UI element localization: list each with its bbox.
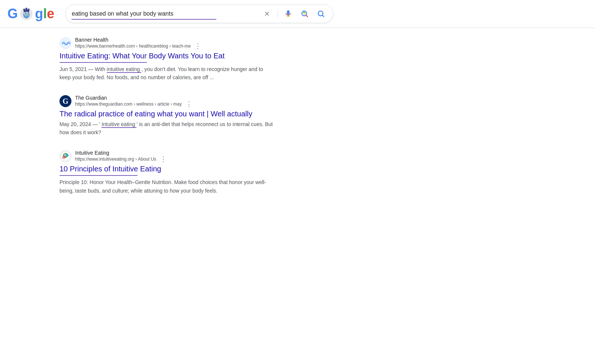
banner-health-icon xyxy=(60,38,71,48)
title-underline xyxy=(60,175,138,176)
search-wrapper xyxy=(65,4,333,23)
svg-point-22 xyxy=(60,151,71,161)
search-icon xyxy=(317,10,325,18)
svg-line-18 xyxy=(322,15,324,17)
favicon xyxy=(60,37,71,49)
result-snippet: May 20, 2024 — ' Intuitive eating ' is a… xyxy=(60,120,275,136)
logo-letter-e: e xyxy=(47,7,54,20)
source-url: https://www.theguardian.com › wellness ›… xyxy=(75,102,182,107)
search-button[interactable] xyxy=(315,8,327,20)
result-date: May 20, 2024 xyxy=(60,121,91,127)
source-name: The Guardian xyxy=(75,95,192,101)
result-item: Intuitive Eating https://www.intuitiveea… xyxy=(60,150,275,194)
snippet-prefix: — With xyxy=(88,66,107,72)
snippet-text: Principle 10: Honor Your Health–Gentle N… xyxy=(60,179,266,193)
google-logo[interactable]: G xyxy=(7,6,54,22)
result-source: Intuitive Eating https://www.intuitiveea… xyxy=(60,150,275,162)
title-underline xyxy=(60,62,147,63)
logo-letter-l: l xyxy=(43,7,47,20)
source-info: Intuitive Eating https://www.intuitiveea… xyxy=(75,150,167,162)
source-info: The Guardian https://www.theguardian.com… xyxy=(75,95,192,107)
source-url: https://www.bannerhealth.com › healthcar… xyxy=(75,44,191,49)
result-item: Banner Health https://www.bannerhealth.c… xyxy=(60,37,275,81)
source-row: https://www.intuitiveeating.org › About … xyxy=(75,156,167,162)
search-input[interactable] xyxy=(72,10,258,17)
close-icon xyxy=(264,10,270,17)
snippet-highlighted-text: Intuitive eating xyxy=(102,121,136,127)
source-row: https://www.theguardian.com › wellness ›… xyxy=(75,101,192,107)
main-content: Banner Health https://www.bannerhealth.c… xyxy=(0,28,335,223)
favicon xyxy=(60,150,71,162)
doodle-svg xyxy=(19,5,34,23)
svg-point-5 xyxy=(25,13,26,14)
result-item: G The Guardian https://www.theguardian.c… xyxy=(60,95,275,136)
clear-button[interactable] xyxy=(261,8,273,20)
favicon: G xyxy=(60,95,71,107)
snippet-prefix: — ' xyxy=(93,121,100,127)
result-title-link[interactable]: The radical practice of eating what you … xyxy=(60,109,275,119)
result-date: Jun 5, 2021 xyxy=(60,66,87,72)
more-options-button[interactable]: ⋮ xyxy=(160,156,167,162)
lens-icon xyxy=(300,10,309,18)
intuitive-eating-icon xyxy=(60,150,71,162)
svg-point-9 xyxy=(25,7,27,12)
source-row: https://www.bannerhealth.com › healthcar… xyxy=(75,43,201,49)
result-source: G The Guardian https://www.theguardian.c… xyxy=(60,95,275,107)
source-info: Banner Health https://www.bannerhealth.c… xyxy=(75,37,201,49)
svg-point-6 xyxy=(28,13,29,14)
search-divider xyxy=(277,10,278,18)
snippet-highlighted-text: intuitive eating xyxy=(107,66,141,72)
snippet-suffix: ' is an anti-diet that helps reconnect u… xyxy=(60,121,273,135)
guardian-icon: G xyxy=(60,95,71,107)
search-icons xyxy=(261,8,327,20)
source-name: Banner Health xyxy=(75,37,201,43)
svg-text:G: G xyxy=(62,97,68,105)
more-options-button[interactable]: ⋮ xyxy=(186,101,192,107)
result-source: Banner Health https://www.bannerhealth.c… xyxy=(60,37,275,49)
mic-icon xyxy=(284,10,292,17)
search-underline xyxy=(71,19,216,20)
snippet-underline xyxy=(107,72,141,73)
source-url: https://www.intuitiveeating.org › About … xyxy=(75,157,156,162)
svg-point-16 xyxy=(303,12,305,15)
voice-search-button[interactable] xyxy=(282,8,294,20)
result-title-link[interactable]: Intuitive Eating: What Your Body Wants Y… xyxy=(60,51,275,61)
header: G xyxy=(0,0,595,28)
logo-letter-g: G xyxy=(7,7,18,20)
svg-point-7 xyxy=(25,14,27,16)
source-name: Intuitive Eating xyxy=(75,150,167,156)
more-options-button[interactable]: ⋮ xyxy=(194,43,201,49)
result-title-link[interactable]: 10 Principles of Intuitive Eating xyxy=(60,164,275,174)
search-bar xyxy=(65,4,333,23)
logo-letter-g2: g xyxy=(35,7,43,20)
result-snippet: Principle 10: Honor Your Health–Gentle N… xyxy=(60,178,275,194)
result-snippet: Jun 5, 2021 — With intuitive eating , yo… xyxy=(60,65,275,81)
snippet-underline xyxy=(102,127,136,128)
lens-search-button[interactable] xyxy=(299,8,311,20)
logo-doodle xyxy=(19,6,34,22)
